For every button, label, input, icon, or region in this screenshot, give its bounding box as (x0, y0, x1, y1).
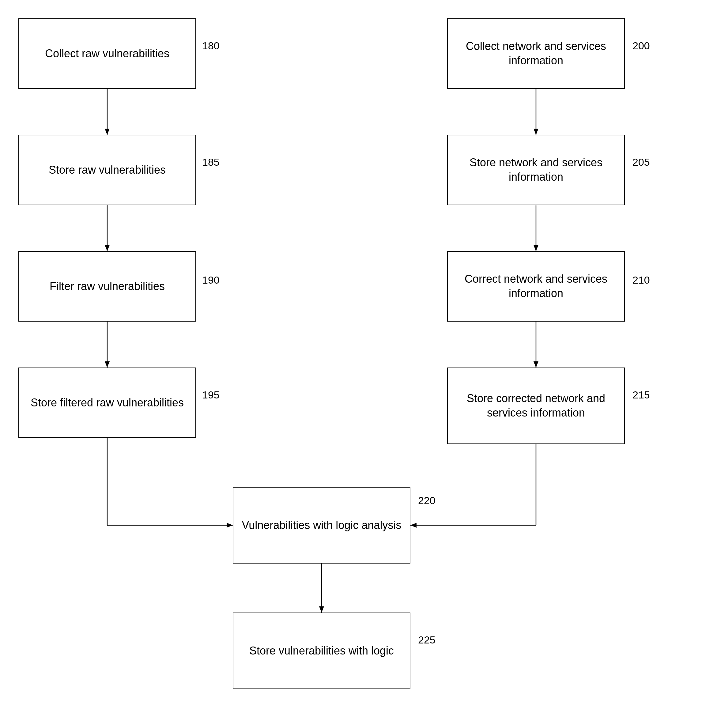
filter-raw-label: Filter raw vulnerabilities (50, 279, 165, 294)
collect-raw-label: Collect raw vulnerabilities (45, 47, 169, 61)
vuln-logic-box: Vulnerabilities with logic analysis (233, 487, 410, 564)
svg-marker-8 (226, 523, 233, 528)
correct-network-ref: 210 (632, 274, 650, 286)
filter-raw-box: Filter raw vulnerabilities (18, 251, 196, 321)
store-filtered-ref: 195 (202, 389, 220, 401)
collect-network-box: Collect network and services information (447, 18, 625, 89)
collect-network-ref: 200 (632, 40, 650, 52)
svg-marker-10 (319, 606, 324, 613)
svg-marker-12 (534, 128, 538, 135)
diagram-container: Collect raw vulnerabilities 180 Store ra… (0, 0, 728, 728)
store-corrected-box: Store corrected network and services inf… (447, 367, 625, 444)
svg-marker-16 (534, 361, 538, 367)
store-filtered-label: Store filtered raw vulnerabilities (31, 396, 184, 410)
vuln-logic-label: Vulnerabilities with logic analysis (242, 518, 402, 532)
svg-marker-5 (105, 361, 110, 367)
correct-network-label: Correct network and services information (454, 272, 618, 301)
store-network-ref: 205 (632, 156, 650, 168)
store-raw-ref: 185 (202, 156, 220, 168)
store-raw-box: Store raw vulnerabilities (18, 135, 196, 205)
collect-raw-box: Collect raw vulnerabilities (18, 18, 196, 89)
store-network-label: Store network and services information (454, 156, 618, 184)
vuln-logic-ref: 220 (418, 495, 436, 506)
svg-marker-1 (105, 128, 110, 135)
store-raw-label: Store raw vulnerabilities (49, 163, 166, 177)
collect-raw-ref: 180 (202, 40, 220, 52)
store-network-box: Store network and services information (447, 135, 625, 205)
store-corrected-ref: 215 (632, 389, 650, 401)
collect-network-label: Collect network and services information (454, 39, 618, 68)
store-vuln-logic-box: Store vulnerabilities with logic (233, 613, 410, 689)
svg-marker-3 (105, 245, 110, 251)
svg-marker-14 (534, 245, 538, 251)
store-vuln-logic-label: Store vulnerabilities with logic (249, 644, 394, 658)
store-vuln-logic-ref: 225 (418, 634, 436, 646)
store-corrected-label: Store corrected network and services inf… (454, 392, 618, 420)
filter-raw-ref: 190 (202, 274, 220, 286)
store-filtered-box: Store filtered raw vulnerabilities (18, 367, 196, 438)
svg-marker-19 (410, 523, 416, 528)
correct-network-box: Correct network and services information (447, 251, 625, 321)
